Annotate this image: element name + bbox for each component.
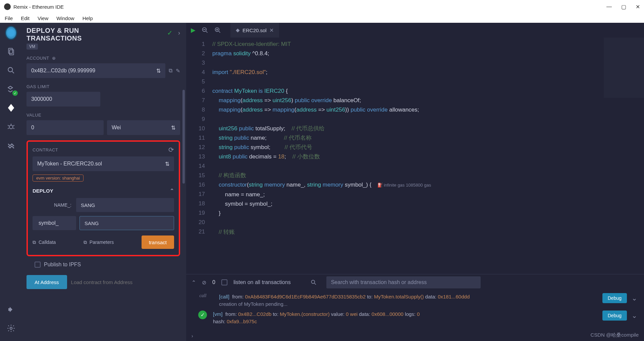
menubar: FileEditViewWindowHelp <box>0 13 644 23</box>
listen-checkbox[interactable] <box>221 279 227 285</box>
remix-logo-icon[interactable] <box>5 27 17 39</box>
code-body[interactable]: // SPDX-License-Identifier: MITpragma so… <box>210 38 644 274</box>
edit-account-icon[interactable]: ✎ <box>176 68 180 74</box>
transact-button[interactable]: transact <box>142 235 174 249</box>
collapse-icon[interactable]: ⌃ <box>170 188 174 194</box>
svg-line-6 <box>8 125 9 126</box>
search-icon[interactable] <box>5 64 17 76</box>
svg-line-17 <box>219 31 220 32</box>
icon-rail: ✓ <box>0 23 22 341</box>
deploy-icon[interactable] <box>5 102 17 114</box>
panel-title: DEPLOY & RUNTRANSACTIONS <box>26 27 82 42</box>
contract-label: CONTRACT <box>33 147 58 152</box>
stepper-icon: ⇅ <box>156 68 161 74</box>
file-tab-name: ERC20.sol <box>243 27 267 33</box>
svg-line-13 <box>206 31 207 32</box>
line-gutter: 123456789101112131415161718192021 <box>186 38 210 274</box>
zoom-out-icon[interactable] <box>202 27 208 33</box>
file-tab[interactable]: ◆ ERC20.sol ✕ <box>230 23 279 38</box>
at-address-button[interactable]: At Address <box>26 275 67 289</box>
account-select[interactable]: 0x4B2...C02db (99.999999⇅ <box>26 63 165 78</box>
vm-badge: VM <box>26 44 38 50</box>
solidity-file-icon: ◆ <box>236 27 240 33</box>
settings-icon[interactable] <box>5 322 17 334</box>
zoom-in-icon[interactable] <box>214 27 221 33</box>
svg-rect-1 <box>9 50 13 55</box>
gas-limit-label: GAS LIMIT <box>26 84 180 89</box>
svg-line-7 <box>13 125 14 126</box>
evm-version-badge: evm version: shanghai <box>33 175 84 182</box>
refresh-icon[interactable]: ⟳ <box>168 146 174 154</box>
analysis-icon[interactable] <box>5 139 17 151</box>
block-icon[interactable]: ⊘ <box>202 279 206 286</box>
svg-point-4 <box>9 125 13 129</box>
window-title: Remix - Ethereum IDE <box>13 4 64 10</box>
menu-edit[interactable]: Edit <box>21 15 30 21</box>
minimap[interactable] <box>604 38 644 98</box>
svg-point-10 <box>10 327 12 330</box>
svg-line-3 <box>12 71 14 73</box>
at-address-input[interactable] <box>71 279 180 285</box>
value-unit-select[interactable]: Wei⇅ <box>107 120 180 135</box>
account-label: ACCOUNT ⊕ <box>26 56 180 61</box>
publish-ipfs-checkbox[interactable] <box>35 262 41 268</box>
debugger-icon[interactable] <box>5 121 17 133</box>
debug-button[interactable]: Debug <box>602 293 627 303</box>
app-logo-icon <box>4 3 11 10</box>
param-name-label: NAME_: <box>33 202 76 208</box>
param-symbol-input[interactable] <box>79 216 174 230</box>
contract-select[interactable]: MyToken - ERC/ERC20.sol⇅ <box>33 156 174 171</box>
param-name-input[interactable] <box>76 198 174 212</box>
maximize-icon[interactable]: ▢ <box>621 4 626 10</box>
titlebar: Remix - Ethereum IDE — ▢ ✕ <box>0 0 644 13</box>
publish-ipfs-label: Publish to IPFS <box>44 262 81 268</box>
log-row: ✓[vm] from: 0x4B2...C02db to: MyToken.(c… <box>193 309 637 327</box>
contract-deploy-section: CONTRACT⟳ MyToken - ERC/ERC20.sol⇅ evm v… <box>26 140 180 256</box>
log-row: call[call] from: 0xAb8483F64d9C6d1EcF9b8… <box>193 292 637 309</box>
copy-account-icon[interactable]: ⧉ <box>169 68 172 74</box>
watermark: CSDN @哈桑compile <box>590 332 639 338</box>
calldata-button[interactable]: ⧉Calldata <box>33 240 56 245</box>
param-symbol-button[interactable]: symbol_ <box>33 216 76 230</box>
svg-point-18 <box>311 280 315 283</box>
menu-help[interactable]: Help <box>83 15 93 21</box>
menu-file[interactable]: File <box>5 15 13 21</box>
copy-icon: ⧉ <box>84 240 87 245</box>
gas-limit-input[interactable] <box>26 92 100 107</box>
panel-scrollbar[interactable] <box>182 90 185 184</box>
terminal-search-input[interactable]: Search with transaction hash or address <box>326 276 481 288</box>
minimize-icon[interactable]: — <box>606 4 612 10</box>
chevron-right-icon[interactable]: › <box>178 29 180 37</box>
expand-icon[interactable]: ⌄ <box>632 294 637 302</box>
menu-view[interactable]: View <box>38 15 48 21</box>
debug-button[interactable]: Debug <box>602 311 627 321</box>
value-input[interactable] <box>26 120 104 135</box>
deploy-label: DEPLOY <box>33 188 53 194</box>
plus-circle-icon[interactable]: ⊕ <box>52 56 56 61</box>
menu-window[interactable]: Window <box>56 15 74 21</box>
terminal: ⌃ ⊘ 0 listen on all transactions Search … <box>186 274 644 341</box>
close-window-icon[interactable]: ✕ <box>636 4 640 10</box>
stepper-icon: ⇅ <box>171 125 175 131</box>
main-area: ▶ ◆ ERC20.sol ✕ 123456789101112131415161… <box>186 23 644 341</box>
svg-line-19 <box>314 283 316 285</box>
svg-point-2 <box>8 67 12 72</box>
value-label: VALUE <box>26 113 180 118</box>
svg-line-8 <box>8 128 9 129</box>
chevron-up-icon[interactable]: ⌃ <box>192 279 196 286</box>
file-explorer-icon[interactable] <box>5 46 17 58</box>
svg-rect-0 <box>8 48 12 53</box>
copy-icon: ⧉ <box>33 240 36 245</box>
close-tab-icon[interactable]: ✕ <box>269 27 274 33</box>
deploy-panel: DEPLOY & RUNTRANSACTIONS VM ✓ › ACCOUNT … <box>22 23 186 341</box>
play-icon[interactable]: ▶ <box>191 26 196 34</box>
code-editor[interactable]: 123456789101112131415161718192021 // SPD… <box>186 38 644 274</box>
expand-icon[interactable]: ⌄ <box>632 312 637 320</box>
svg-line-9 <box>13 128 14 129</box>
listen-label: listen on all transactions <box>233 279 291 285</box>
search-terminal-icon[interactable] <box>310 279 317 286</box>
parameters-button[interactable]: ⧉Parameters <box>84 240 114 245</box>
compiler-icon[interactable]: ✓ <box>5 83 17 95</box>
plugin-manager-icon[interactable] <box>5 303 17 316</box>
terminal-prompt-icon[interactable]: › <box>192 333 193 339</box>
